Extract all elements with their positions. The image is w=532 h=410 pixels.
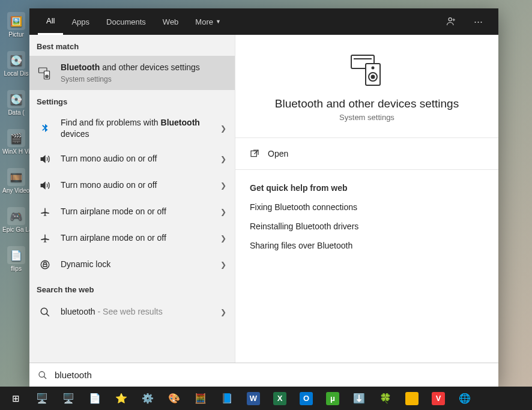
taskbar-vivaldi[interactable]: V bbox=[425, 387, 452, 410]
taskbar-edge[interactable]: 🌐 bbox=[452, 387, 478, 410]
icon-label: flips bbox=[11, 265, 22, 272]
search-topbar: AllAppsDocumentsWebMore▼ ⋯ bbox=[29, 8, 498, 35]
app-icon: O bbox=[300, 392, 313, 405]
chevron-right-icon: ❯ bbox=[220, 155, 226, 163]
icon-label: Any Video Conver bbox=[2, 187, 30, 194]
desktop-icon[interactable]: 💽Data ( bbox=[4, 90, 29, 116]
app-icon: 🖥️ bbox=[36, 393, 48, 404]
settings-label: Settings bbox=[29, 90, 235, 111]
icon-label: Local Dis bbox=[4, 70, 28, 77]
taskbar-utorrent[interactable]: μ bbox=[319, 387, 346, 410]
tab-apps[interactable]: Apps bbox=[63, 8, 98, 35]
settings-result[interactable]: Find and fix problems with Bluetooth dev… bbox=[29, 111, 235, 146]
desktop-icon[interactable]: 🖼️Pictur bbox=[4, 12, 29, 38]
app-icon: 🌐 bbox=[459, 393, 471, 404]
settings-result[interactable]: Turn mono audio on or off ❯ bbox=[29, 146, 235, 172]
taskbar-app-2[interactable] bbox=[399, 387, 425, 410]
taskbar-explorer[interactable]: 📄 bbox=[82, 387, 108, 410]
plane-icon bbox=[38, 205, 52, 219]
help-link[interactable]: Fixing Bluetooth connections bbox=[235, 197, 498, 217]
best-match-text: Bluetooth and other devices settings Sys… bbox=[61, 62, 226, 84]
search-icon bbox=[38, 305, 52, 319]
app-icon: 🎞️ bbox=[7, 168, 25, 186]
app-icon: ⭐ bbox=[115, 393, 127, 404]
app-icon: 🎨 bbox=[168, 393, 180, 404]
result-text: Turn airplane mode on or off bbox=[61, 206, 212, 217]
tab-all[interactable]: All bbox=[38, 8, 63, 35]
detail-panel: Bluetooth and other devices settings Sys… bbox=[235, 35, 498, 363]
search-icon bbox=[38, 370, 47, 380]
desktop-icon[interactable]: 🎬WinX H Video ( bbox=[4, 129, 29, 155]
desktop-icon[interactable]: 📄flips bbox=[4, 246, 29, 272]
help-link[interactable]: Reinstalling Bluetooth drivers bbox=[235, 217, 498, 236]
taskbar-excel[interactable]: X bbox=[267, 387, 293, 410]
bt-icon bbox=[38, 121, 52, 136]
app-icon: 💽 bbox=[7, 51, 25, 69]
app-icon: 📄 bbox=[7, 246, 25, 264]
detail-subtitle: System settings bbox=[339, 113, 394, 122]
results-panel: Best match Bluetooth and other devices s… bbox=[29, 35, 235, 363]
tab-label: More bbox=[195, 17, 213, 26]
icon-label: Epic Ga Launch bbox=[2, 226, 30, 233]
taskbar-word[interactable]: W bbox=[240, 387, 267, 410]
lock-icon bbox=[38, 258, 52, 272]
app-icon: 📘 bbox=[221, 393, 233, 404]
icon-label: Pictur bbox=[8, 31, 24, 38]
tab-label: Documents bbox=[106, 17, 146, 26]
app-icon: ⊞ bbox=[12, 393, 20, 404]
chevron-right-icon: ❯ bbox=[220, 261, 226, 269]
best-match-result[interactable]: Bluetooth and other devices settings Sys… bbox=[29, 56, 235, 90]
taskbar-settings[interactable]: ⚙️ bbox=[135, 387, 161, 410]
desktop-icon[interactable]: 💽Local Dis bbox=[4, 51, 29, 77]
settings-result[interactable]: Dynamic lock ❯ bbox=[29, 252, 235, 278]
account-icon[interactable] bbox=[440, 8, 464, 35]
settings-result[interactable]: Turn airplane mode on or off ❯ bbox=[29, 225, 235, 252]
settings-result[interactable]: Turn mono audio on or off ❯ bbox=[29, 172, 235, 199]
tab-web[interactable]: Web bbox=[154, 8, 187, 35]
taskbar-paint[interactable]: 🎨 bbox=[161, 387, 187, 410]
app-icon: 📄 bbox=[89, 393, 101, 404]
taskbar-favorites[interactable]: ⭐ bbox=[108, 387, 135, 410]
taskbar-outlook[interactable]: O bbox=[293, 387, 319, 410]
result-text: Turn mono audio on or off bbox=[61, 179, 212, 191]
divider bbox=[235, 169, 498, 170]
search-input[interactable] bbox=[55, 370, 490, 380]
chevron-down-icon: ▼ bbox=[216, 19, 221, 25]
help-link[interactable]: Sharing files over Bluetooth bbox=[235, 236, 498, 255]
taskbar-notes[interactable]: 📘 bbox=[214, 387, 240, 410]
web-result[interactable]: bluetooth - See web results ❯ bbox=[29, 299, 235, 325]
svg-point-6 bbox=[41, 308, 47, 315]
chevron-right-icon: ❯ bbox=[220, 234, 226, 243]
settings-result[interactable]: Turn airplane mode on or off ❯ bbox=[29, 199, 235, 225]
taskbar-clover[interactable]: 🍀 bbox=[372, 387, 399, 410]
search-bar[interactable] bbox=[29, 363, 498, 387]
app-icon: 💽 bbox=[7, 90, 25, 108]
open-action[interactable]: Open bbox=[235, 143, 498, 164]
help-label: Get quick help from web bbox=[235, 175, 498, 197]
chevron-right-icon: ❯ bbox=[220, 124, 226, 133]
open-label: Open bbox=[268, 149, 288, 158]
icon-label: WinX H Video ( bbox=[2, 148, 30, 155]
app-icon: 🧮 bbox=[195, 393, 207, 404]
app-icon: X bbox=[273, 392, 286, 405]
taskbar: ⊞🖥️🖥️📄⭐⚙️🎨🧮📘WXOμ⬇️🍀 V🌐 bbox=[0, 387, 532, 410]
icon-label: Data ( bbox=[8, 109, 24, 116]
more-options-icon[interactable]: ⋯ bbox=[466, 8, 490, 35]
tab-more[interactable]: More▼ bbox=[187, 8, 229, 35]
taskbar-idm[interactable]: ⬇️ bbox=[346, 387, 372, 410]
snd-icon bbox=[38, 178, 52, 193]
taskbar-app-1[interactable]: 🖥️ bbox=[55, 387, 82, 410]
svg-point-12 bbox=[372, 67, 374, 69]
open-icon bbox=[250, 149, 259, 158]
tab-documents[interactable]: Documents bbox=[98, 8, 154, 35]
app-icon: ⬇️ bbox=[353, 393, 365, 404]
desktop-icon[interactable]: 🎞️Any Video Conver bbox=[4, 168, 29, 194]
svg-point-0 bbox=[449, 18, 452, 21]
detail-title: Bluetooth and other devices settings bbox=[275, 97, 459, 110]
chevron-right-icon: ❯ bbox=[220, 208, 226, 216]
app-icon: 🎬 bbox=[7, 129, 25, 147]
taskbar-calculator[interactable]: 🧮 bbox=[187, 387, 214, 410]
taskbar-start[interactable]: ⊞ bbox=[2, 387, 29, 410]
taskbar-desktop-peek[interactable]: 🖥️ bbox=[29, 387, 55, 410]
desktop-icon[interactable]: 🎮Epic Ga Launch bbox=[4, 207, 29, 233]
